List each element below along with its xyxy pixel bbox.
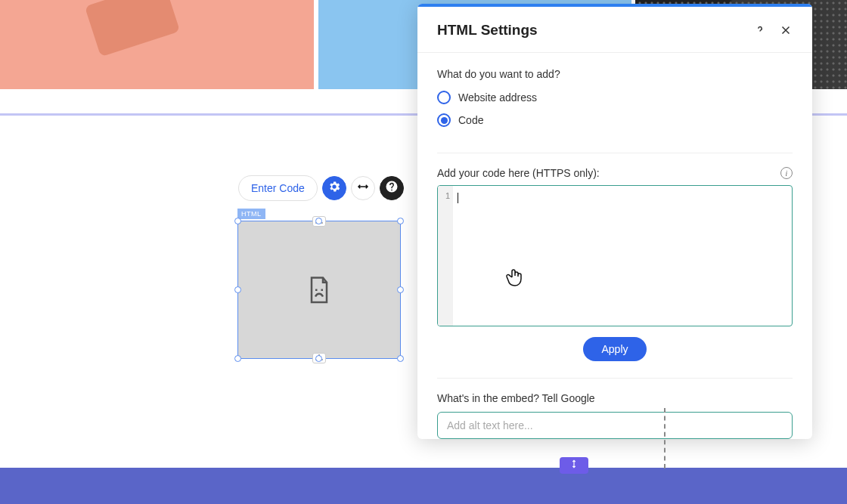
resize-handle-e[interactable] [397,286,404,293]
radio-code[interactable]: Code [437,113,793,127]
alt-text-input[interactable] [437,412,793,439]
code-editor[interactable]: 1 [437,185,793,326]
svg-rect-1 [321,289,324,291]
modal-title: HTML Settings [437,22,741,39]
broken-file-icon [308,276,330,305]
modal-help-button[interactable] [753,23,767,37]
help-button[interactable] [380,176,404,200]
horizontal-resize-icon [356,180,370,196]
section-resize-handle[interactable] [560,457,588,474]
gear-icon [327,180,341,196]
vertical-resize-icon [569,459,579,472]
resize-handle-se[interactable] [397,355,404,362]
resize-handle-n[interactable] [315,218,322,224]
question-icon [385,180,399,196]
canvas-tile-coral [0,0,314,89]
settings-button[interactable] [322,176,346,200]
close-icon [779,26,793,39]
enter-code-button[interactable]: Enter Code [238,175,318,201]
add-type-question: What do you want to add? [437,68,793,80]
resize-handle-sw[interactable] [234,355,241,362]
radio-label: Website address [458,91,537,104]
apply-button[interactable]: Apply [583,337,646,361]
code-gutter: 1 [438,186,453,326]
modal-body: What do you want to add? Website address… [417,53,812,439]
question-icon [753,26,767,39]
widget-type-label: HTML [237,209,265,219]
widget-toolbar: Enter Code [238,175,404,201]
modal-close-button[interactable] [779,23,793,37]
embed-seo-label: What's in the embed? Tell Google [437,392,793,404]
radio-website-address[interactable]: Website address [437,91,793,104]
code-textarea[interactable] [453,186,792,326]
resize-handle-nw[interactable] [234,218,241,224]
line-number: 1 [441,191,450,200]
svg-rect-0 [315,289,318,291]
radio-icon [437,91,451,104]
guide-line [664,408,666,468]
info-icon: i [786,169,788,178]
stretch-button[interactable] [351,176,375,200]
modal-header: HTML Settings [417,7,812,53]
page-footer [0,468,847,504]
info-button[interactable]: i [780,167,793,179]
resize-handle-w[interactable] [234,286,241,293]
radio-icon [437,113,451,127]
html-widget[interactable]: HTML [237,221,401,359]
resize-handle-s[interactable] [315,355,322,362]
code-editor-label: Add your code here (HTTPS only): [437,167,600,179]
html-settings-modal: HTML Settings What do you want to add? W… [417,4,812,439]
radio-label: Code [458,114,483,126]
resize-handle-ne[interactable] [397,218,404,224]
